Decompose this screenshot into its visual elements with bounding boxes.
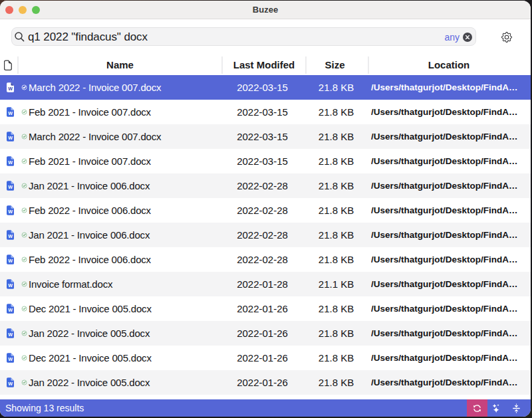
svg-text:W: W <box>8 381 13 387</box>
svg-text:W: W <box>8 111 13 116</box>
svg-text:W: W <box>8 136 13 141</box>
svg-text:W: W <box>8 209 13 215</box>
svg-text:W: W <box>8 332 13 338</box>
svg-text:W: W <box>8 185 13 190</box>
svg-text:W: W <box>8 357 13 362</box>
svg-text:W: W <box>8 86 13 92</box>
svg-text:W: W <box>8 308 13 313</box>
svg-text:W: W <box>8 259 13 264</box>
svg-text:W: W <box>8 160 13 165</box>
svg-text:W: W <box>8 283 13 288</box>
svg-text:W: W <box>8 234 13 239</box>
